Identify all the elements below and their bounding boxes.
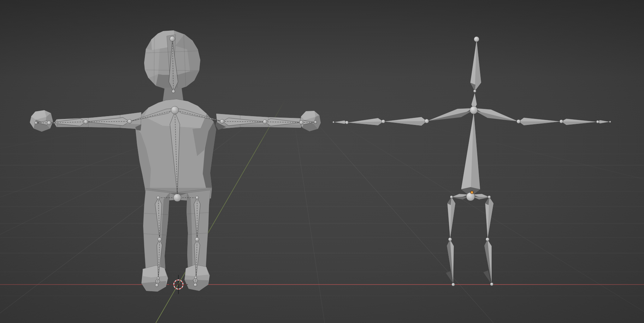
joint-sphere[interactable] [466, 192, 475, 201]
joint-sphere[interactable] [345, 121, 349, 124]
joint-sphere[interactable] [596, 120, 599, 123]
joint-sphere[interactable] [609, 121, 611, 123]
joint-sphere[interactable] [84, 120, 88, 124]
viewport-scene-canvas [0, 0, 644, 323]
joint-sphere[interactable] [194, 283, 197, 287]
joint-sphere[interactable] [488, 196, 491, 198]
joint-sphere[interactable] [172, 90, 175, 93]
joint-sphere[interactable] [170, 36, 175, 42]
joint-sphere[interactable] [425, 119, 429, 123]
joint-sphere[interactable] [333, 121, 335, 123]
joint-sphere[interactable] [195, 276, 197, 279]
joint-sphere[interactable] [474, 37, 479, 42]
joint-sphere[interactable] [314, 121, 317, 124]
joint-sphere[interactable] [157, 196, 160, 199]
joint-sphere[interactable] [157, 277, 160, 280]
joint-sphere[interactable] [173, 194, 181, 202]
joint-sphere[interactable] [450, 196, 453, 198]
joint-sphere[interactable] [171, 106, 179, 114]
joint-sphere[interactable] [47, 121, 51, 125]
joint-sphere[interactable] [517, 120, 521, 124]
joint-sphere[interactable] [196, 196, 199, 199]
viewport-background-top-shade [0, 0, 644, 78]
joint-sphere[interactable] [155, 284, 159, 287]
mesh-face[interactable] [144, 49, 160, 78]
joint-sphere[interactable] [35, 121, 37, 124]
joint-sphere[interactable] [263, 120, 267, 124]
object-origin-dot[interactable] [471, 191, 473, 194]
joint-sphere[interactable] [220, 119, 224, 124]
joint-sphere[interactable] [452, 283, 455, 286]
joint-sphere[interactable] [560, 120, 563, 123]
joint-sphere[interactable] [448, 238, 452, 241]
joint-sphere[interactable] [128, 119, 132, 124]
joint-sphere[interactable] [382, 120, 385, 123]
joint-sphere[interactable] [473, 90, 476, 92]
blender-3d-viewport[interactable] [0, 0, 644, 323]
joint-sphere[interactable] [195, 238, 199, 241]
joint-sphere[interactable] [486, 238, 489, 241]
joint-sphere[interactable] [470, 106, 478, 114]
joint-sphere[interactable] [158, 238, 162, 241]
joint-sphere[interactable] [300, 121, 303, 125]
joint-sphere[interactable] [490, 283, 494, 286]
